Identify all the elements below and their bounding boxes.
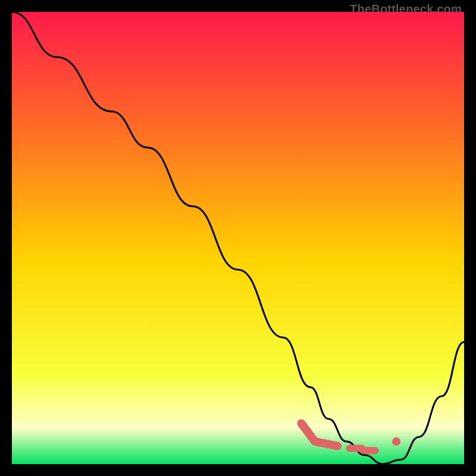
marker-dot [392, 437, 400, 446]
gradient-background [12, 12, 464, 464]
bottleneck-chart [12, 12, 464, 464]
chart-frame [12, 12, 464, 464]
